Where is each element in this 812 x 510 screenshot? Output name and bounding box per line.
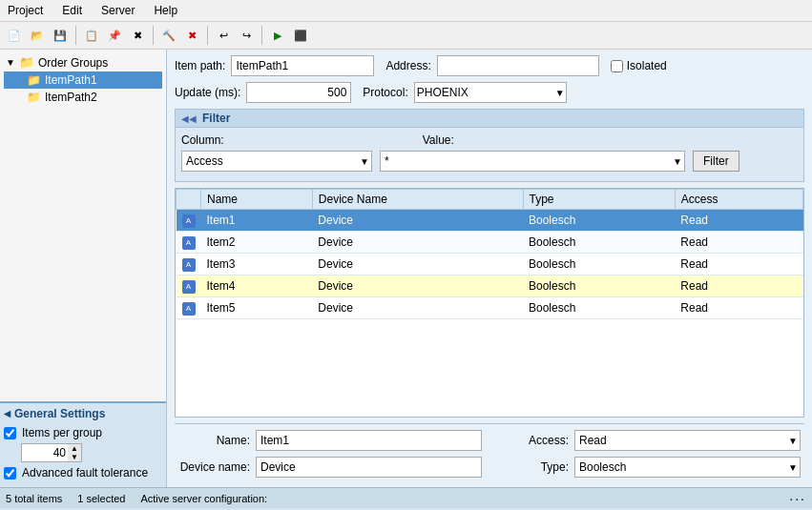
filter-section: ◀◀ Filter Column: Value: Access <box>175 109 804 182</box>
table-row[interactable]: AItem1DeviceBooleschRead <box>177 210 803 232</box>
tb-cancel[interactable]: ✖ <box>181 25 202 46</box>
main-layout: ▼ 📁 Order Groups 📁 ItemPath1 📁 ItemPath2… <box>0 50 812 487</box>
row-device: Device <box>312 232 523 254</box>
table-row[interactable]: AItem5DeviceBooleschRead <box>177 297 803 319</box>
isolated-label: Isolated <box>627 59 667 72</box>
row-icon-cell: A <box>177 232 201 254</box>
tree-root[interactable]: ▼ 📁 Order Groups <box>4 53 162 71</box>
row-name: Item4 <box>201 275 313 297</box>
table-wrapper: Name Device Name Type Access AItem1Devic… <box>175 188 804 418</box>
filter-column-label: Column: <box>181 133 224 147</box>
menu-project[interactable]: Project <box>4 2 47 19</box>
bottom-col-left: Name: Device name: <box>178 430 482 478</box>
items-per-group-checkbox[interactable] <box>4 427 16 439</box>
row-type-icon: A <box>182 258 196 272</box>
tb-save[interactable]: 💾 <box>50 25 71 46</box>
filter-column-select[interactable]: Access Name Device Name Type <box>181 151 372 172</box>
tree-item-folder-icon-0: 📁 <box>27 73 41 87</box>
access-row: Access: Read Write Read/Write ▼ <box>497 430 801 451</box>
menu-bar: Project Edit Server Help <box>0 0 812 22</box>
tree-item-label-1: ItemPath2 <box>45 91 97 104</box>
menu-edit[interactable]: Edit <box>58 2 86 19</box>
type-select[interactable]: Boolesch Integer Float String <box>574 457 801 478</box>
row-type: Boolesch <box>523 210 675 232</box>
tb-build[interactable]: 🔨 <box>158 25 179 46</box>
item-path-input[interactable] <box>231 55 374 76</box>
spinner-down[interactable]: ▼ <box>68 453 81 461</box>
filter-labels-row: Column: Value: <box>181 133 798 147</box>
items-per-group-spinner[interactable]: ▲ ▼ <box>21 443 82 462</box>
tb-undo[interactable]: ↩ <box>213 25 234 46</box>
settings-expand-icon: ◀ <box>4 409 10 418</box>
protocol-row: Protocol: PHOENIX ▼ <box>363 82 566 103</box>
row-access: Read <box>675 232 802 254</box>
row-type: Boolesch <box>523 232 675 254</box>
filter-header[interactable]: ◀◀ Filter <box>176 110 803 128</box>
tb-sep1 <box>75 26 76 45</box>
tree-item-1[interactable]: 📁 ItemPath2 <box>4 89 162 106</box>
settings-title-text: General Settings <box>14 407 105 420</box>
menu-help[interactable]: Help <box>150 2 181 19</box>
th-name[interactable]: Name <box>201 190 313 210</box>
th-device[interactable]: Device Name <box>312 190 523 210</box>
row-device: Device <box>312 297 523 319</box>
tb-delete[interactable]: ✖ <box>127 25 148 46</box>
bottom-col-right: Access: Read Write Read/Write ▼ Type: <box>497 430 801 478</box>
access-select-wrapper: Read Write Read/Write ▼ <box>574 430 801 451</box>
tree-item-0[interactable]: 📁 ItemPath1 <box>4 71 162 89</box>
name-row: Name: <box>178 430 482 451</box>
row-access: Read <box>675 254 802 275</box>
filter-button[interactable]: Filter <box>693 151 739 172</box>
name-input[interactable] <box>256 430 482 451</box>
access-select[interactable]: Read Write Read/Write <box>574 430 801 451</box>
th-access[interactable]: Access <box>675 190 802 210</box>
tb-stop[interactable]: ⬛ <box>290 25 311 46</box>
protocol-select-wrapper: PHOENIX ▼ <box>414 82 567 103</box>
bottom-form: Name: Device name: Access: Read Write Re… <box>175 423 804 481</box>
tb-paste[interactable]: 📌 <box>104 25 125 46</box>
items-table: Name Device Name Type Access AItem1Devic… <box>176 189 803 319</box>
row-icon-cell: A <box>177 275 201 297</box>
spinner-buttons: ▲ ▼ <box>68 444 81 461</box>
address-input[interactable] <box>437 55 599 76</box>
device-input[interactable] <box>256 457 482 478</box>
item-path-row: Item path: <box>175 55 374 76</box>
table-body: AItem1DeviceBooleschReadAItem2DeviceBool… <box>177 210 803 319</box>
menu-server[interactable]: Server <box>97 2 138 19</box>
status-selected: 1 selected <box>77 493 125 504</box>
address-row: Address: <box>385 55 598 76</box>
filter-value-select[interactable]: * <box>380 151 685 172</box>
isolated-checkbox[interactable] <box>611 60 623 72</box>
row-type-icon: A <box>182 280 196 294</box>
tree-item-label-0: ItemPath1 <box>45 73 97 87</box>
update-input[interactable] <box>246 82 351 103</box>
tree-area: ▼ 📁 Order Groups 📁 ItemPath1 📁 ItemPath2 <box>0 50 166 401</box>
table-row[interactable]: AItem4DeviceBooleschRead <box>177 275 803 297</box>
tb-copy[interactable]: 📋 <box>81 25 102 46</box>
type-label: Type: <box>497 460 569 474</box>
tb-sep4 <box>261 26 262 45</box>
items-per-group-label: Items per group <box>22 426 102 439</box>
status-config: Active server configuration: <box>140 493 267 504</box>
advanced-fault-checkbox[interactable] <box>4 467 16 479</box>
tb-open[interactable]: 📂 <box>27 25 48 46</box>
spinner-input[interactable] <box>22 445 68 460</box>
spinner-up[interactable]: ▲ <box>68 444 81 453</box>
row-type: Boolesch <box>523 275 675 297</box>
table-row[interactable]: AItem3DeviceBooleschRead <box>177 254 803 275</box>
filter-inputs-row: Access Name Device Name Type ▼ * ▼ Fil <box>181 151 798 172</box>
tb-redo[interactable]: ↪ <box>236 25 257 46</box>
row-access: Read <box>675 275 802 297</box>
update-row: Update (ms): <box>175 82 351 103</box>
type-row: Type: Boolesch Integer Float String ▼ <box>497 457 801 478</box>
row-icon-cell: A <box>177 210 201 232</box>
device-label: Device name: <box>178 460 250 474</box>
tb-run[interactable]: ▶ <box>267 25 288 46</box>
tb-new[interactable]: 📄 <box>4 25 25 46</box>
table-row[interactable]: AItem2DeviceBooleschRead <box>177 232 803 254</box>
row-name: Item3 <box>201 254 313 275</box>
protocol-select[interactable]: PHOENIX <box>414 82 567 103</box>
right-panel: Item path: Address: Isolated Update (ms)… <box>167 50 812 487</box>
status-bar: 5 total items 1 selected Active server c… <box>0 487 812 508</box>
th-type[interactable]: Type <box>523 190 675 210</box>
